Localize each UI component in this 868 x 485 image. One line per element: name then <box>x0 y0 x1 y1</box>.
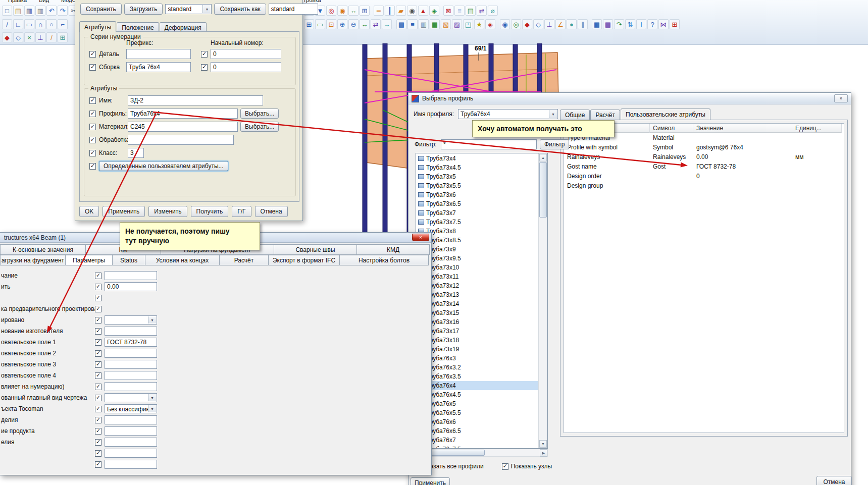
profile-tree-item[interactable]: Труба73x10 <box>417 263 538 272</box>
scroll-right-icon[interactable]: ▶ <box>540 449 547 457</box>
attribute-input[interactable] <box>128 109 238 119</box>
numbering-checkbox[interactable] <box>89 64 96 71</box>
snap-nearest-icon[interactable]: / <box>46 32 57 42</box>
profile-tree-item[interactable]: Труба73x7.5 <box>417 218 538 227</box>
named-views-icon[interactable]: ▤ <box>603 19 613 29</box>
snap-settings-icon[interactable]: ◎ <box>326 6 336 16</box>
table-row[interactable]: Design order 0 <box>564 171 844 181</box>
profile-tree-item[interactable]: Труба73x9 <box>417 245 538 254</box>
redo-icon[interactable]: ↷ <box>58 6 68 16</box>
beam-tab[interactable]: Параметры <box>65 255 113 265</box>
prefix-input[interactable] <box>126 49 191 59</box>
parameter-input[interactable] <box>105 360 157 369</box>
save-as-name-input[interactable] <box>269 4 318 15</box>
footer-button[interactable]: Применить <box>103 206 145 217</box>
save-view-icon[interactable]: ▦ <box>592 19 602 29</box>
weld-icon[interactable]: ▲ <box>418 6 428 16</box>
attributes-dialog-tab[interactable]: Деформация <box>160 22 207 32</box>
parameter-input[interactable] <box>105 460 157 469</box>
footer-button[interactable]: Получить <box>191 206 229 217</box>
menu-item[interactable]: Правка <box>8 0 27 3</box>
select-button[interactable]: Выбрать... <box>240 109 279 119</box>
snap-intersection-icon[interactable]: × <box>24 32 34 42</box>
footer-button[interactable]: OK <box>79 206 99 217</box>
profile-tree-item[interactable]: Труба76x7.5 <box>417 445 538 448</box>
info-icon[interactable]: i <box>636 19 646 29</box>
profile-tree-item[interactable]: Труба73x5 <box>417 172 538 181</box>
table-column-header[interactable]: Единиц... <box>792 124 842 133</box>
profile-tree-item[interactable]: Труба73x4.5 <box>417 163 538 172</box>
scroll-down-icon[interactable]: ▼ <box>539 440 547 448</box>
inquire-icon[interactable]: ⌀ <box>488 6 498 16</box>
profile-tree-item[interactable]: Труба73x6.5 <box>417 199 538 208</box>
parameter-checkbox[interactable] <box>95 284 101 290</box>
table-row[interactable]: Rainaleveys Rainaleveys 0.00 мм <box>564 152 844 161</box>
phases-icon[interactable]: ⇄ <box>477 6 487 16</box>
display-settings-icon[interactable]: ◎ <box>511 19 521 29</box>
parameter-checkbox[interactable] <box>95 295 101 301</box>
parameter-input[interactable] <box>105 415 157 424</box>
profile-tree-item[interactable]: Труба76x6 <box>417 417 538 426</box>
save-icon[interactable]: ▦ <box>24 6 34 16</box>
show-nodes-checkbox[interactable] <box>502 463 508 470</box>
parameter-checkbox[interactable] <box>95 339 101 346</box>
snap-midpoint-icon[interactable]: ◇ <box>13 32 23 42</box>
profile-tree-item[interactable]: Труба76x3.2 <box>417 363 538 372</box>
profile-dialog-titlebar[interactable]: Выбрать профиль × <box>409 93 851 104</box>
parameter-checkbox[interactable] <box>95 372 101 379</box>
chevron-down-icon[interactable]: ▼ <box>148 405 156 412</box>
apply-button[interactable]: Применить <box>411 477 450 485</box>
parameter-checkbox[interactable] <box>95 428 101 435</box>
footer-button[interactable]: Г/Г <box>232 206 251 217</box>
start-number-input[interactable] <box>211 49 281 59</box>
beam-tab[interactable]: К-основные значения <box>0 244 86 255</box>
object-group-icon[interactable]: ◉ <box>500 19 510 29</box>
uda-checkbox[interactable] <box>89 163 96 170</box>
profile-tree-item[interactable]: Труба76x6.5 <box>417 426 538 436</box>
assembly-drawing-icon[interactable]: ▦ <box>430 19 440 29</box>
parameter-input[interactable] <box>105 349 157 358</box>
pan-icon[interactable]: ↔ <box>360 19 370 29</box>
scrollbar-thumb[interactable] <box>539 162 547 218</box>
close-button[interactable]: × <box>834 94 848 102</box>
create-column-icon[interactable]: ┃ <box>385 6 395 16</box>
create-beam-icon[interactable]: ━ <box>374 6 384 16</box>
profile-tree-item[interactable]: Труба73x16 <box>417 317 538 327</box>
attribute-checkbox[interactable] <box>89 111 96 117</box>
profile-tree-item[interactable]: Труба76x3.5 <box>417 372 538 381</box>
profile-tree-item[interactable]: Труба73x14 <box>417 299 538 308</box>
print-icon[interactable]: ▥ <box>35 6 45 16</box>
menu-item[interactable]: Вид <box>39 0 49 3</box>
menu-item-fragment[interactable]: тройка <box>303 0 321 3</box>
ga-drawing-icon[interactable]: ▨ <box>452 19 462 29</box>
profile-tree-item[interactable]: Труба73x7 <box>417 208 538 218</box>
view-3d-icon[interactable]: ⊞ <box>304 19 314 29</box>
create-point-icon[interactable]: ◉ <box>337 6 347 16</box>
parameter-checkbox[interactable] <box>95 417 101 423</box>
numbering-icon[interactable]: ≡ <box>454 6 465 16</box>
profile-tree-item[interactable]: Труба73x5.5 <box>417 181 538 190</box>
zoom-in-icon[interactable]: ⊕ <box>337 19 347 29</box>
scroll-up-icon[interactable]: ▲ <box>539 154 547 161</box>
zoom-out-icon[interactable]: ⊖ <box>348 19 359 29</box>
attribute-input[interactable] <box>128 122 238 132</box>
profile-dialog-tab[interactable]: Расчёт <box>590 110 620 120</box>
save-as-button[interactable]: Сохранить как <box>214 4 266 15</box>
parameter-checkbox[interactable] <box>95 461 101 468</box>
grid-icon[interactable]: ⊞ <box>360 6 370 16</box>
preset-combobox[interactable]: standard ▼ <box>165 4 212 14</box>
attribute-checkbox[interactable] <box>89 137 96 143</box>
profile-tree-item[interactable]: Труба76x4 <box>417 381 538 390</box>
drawing-list-icon[interactable]: ≡ <box>407 19 418 29</box>
profile-tree-item[interactable]: Труба73x8 <box>417 227 538 236</box>
view-plane-icon[interactable]: ▭ <box>315 19 325 29</box>
scrollbar-thumb[interactable] <box>424 450 485 456</box>
undo-icon[interactable]: ↶ <box>46 6 57 16</box>
parameter-checkbox[interactable] <box>95 361 101 368</box>
profile-tree-item[interactable]: Труба73x18 <box>417 336 538 345</box>
color-settings-icon[interactable]: ◆ <box>522 19 532 29</box>
macros-icon[interactable]: ⋈ <box>658 19 669 29</box>
profile-tree-item[interactable]: Труба73x17 <box>417 327 538 336</box>
profile-tree-item[interactable]: Труба76x3 <box>417 354 538 363</box>
parameter-input[interactable] <box>105 438 157 447</box>
